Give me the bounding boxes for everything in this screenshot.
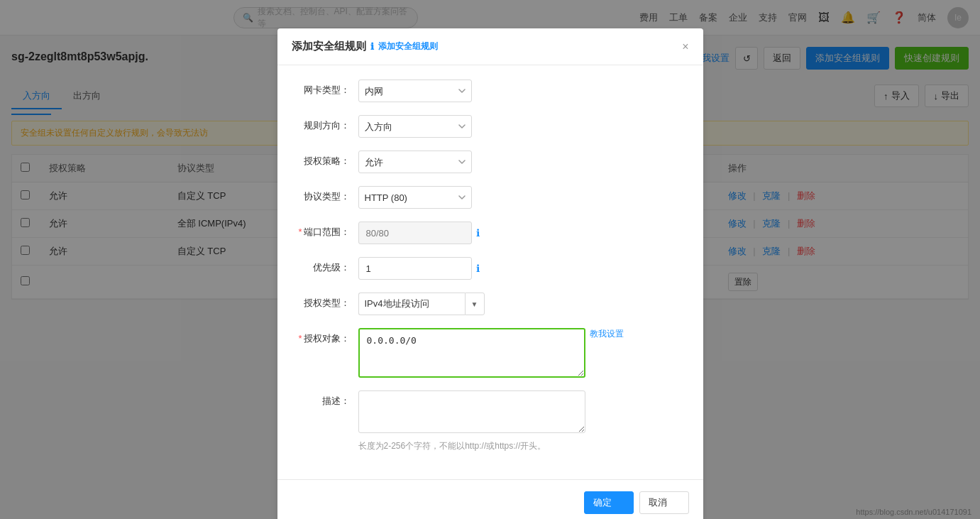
- dialog-close-button[interactable]: ×: [682, 40, 688, 53]
- auth-type-wrap: ▼: [358, 293, 686, 315]
- nic-type-wrap: 内网 公网: [358, 80, 686, 102]
- dialog-footer: 确定 取消: [277, 479, 703, 519]
- desc-label: 描述：: [294, 390, 358, 408]
- form-row-priority: 优先级： ℹ: [294, 257, 686, 280]
- protocol-label: 协议类型：: [294, 186, 358, 203]
- dialog-help-text[interactable]: 添加安全组规则: [378, 40, 438, 53]
- priority-input[interactable]: [358, 257, 472, 280]
- dialog-header: 添加安全组规则 ℹ 添加安全组规则 ×: [277, 28, 703, 65]
- auth-object-textarea[interactable]: 0.0.0.0/0: [358, 328, 585, 378]
- desc-hint: 长度为2-256个字符，不能以http://或https://开头。: [358, 440, 546, 452]
- direction-select[interactable]: 入方向 出方向: [358, 115, 472, 138]
- direction-label: 规则方向：: [294, 115, 358, 132]
- port-range-input[interactable]: [358, 222, 472, 244]
- form-row-auth-type: 授权类型： ▼: [294, 293, 686, 315]
- confirm-button[interactable]: 确定: [584, 491, 634, 514]
- nic-type-select[interactable]: 内网 公网: [358, 80, 472, 102]
- auth-object-wrap: 0.0.0.0/0 教我设置: [358, 328, 686, 378]
- chevron-down-icon: ▼: [471, 300, 478, 308]
- cancel-button[interactable]: 取消: [639, 491, 689, 514]
- policy-wrap: 允许 拒绝: [358, 151, 686, 173]
- protocol-select[interactable]: HTTP (80) HTTPS (443) 自定义 TCP 自定义 UDP 全部…: [358, 186, 472, 209]
- dialog-title: 添加安全组规则 ℹ 添加安全组规则: [292, 40, 438, 53]
- policy-label: 授权策略：: [294, 151, 358, 168]
- port-range-wrap: ℹ: [358, 222, 686, 244]
- auth-type-combo: ▼: [358, 293, 485, 315]
- dialog-title-text: 添加安全组规则: [292, 40, 366, 53]
- direction-wrap: 入方向 出方向: [358, 115, 686, 138]
- modal-overlay: 添加安全组规则 ℹ 添加安全组规则 × 网卡类型： 内网 公网 规则方向：: [0, 0, 980, 519]
- policy-select[interactable]: 允许 拒绝: [358, 151, 472, 173]
- dialog: 添加安全组规则 ℹ 添加安全组规则 × 网卡类型： 内网 公网 规则方向：: [277, 28, 703, 519]
- form-row-auth-object: 授权对象： 0.0.0.0/0 教我设置: [294, 328, 686, 378]
- auth-type-label: 授权类型：: [294, 293, 358, 310]
- form-row-direction: 规则方向： 入方向 出方向: [294, 115, 686, 138]
- auth-object-teach-link[interactable]: 教我设置: [590, 328, 624, 340]
- protocol-wrap: HTTP (80) HTTPS (443) 自定义 TCP 自定义 UDP 全部…: [358, 186, 686, 209]
- priority-info-icon[interactable]: ℹ: [476, 263, 480, 274]
- port-info-icon[interactable]: ℹ: [476, 227, 480, 239]
- form-row-desc: 描述： 长度为2-256个字符，不能以http://或https://开头。: [294, 390, 686, 452]
- dialog-body: 网卡类型： 内网 公网 规则方向： 入方向 出方向: [277, 65, 703, 479]
- auth-type-dropdown-btn[interactable]: ▼: [465, 293, 485, 315]
- priority-wrap: ℹ: [358, 257, 686, 280]
- form-row-policy: 授权策略： 允许 拒绝: [294, 151, 686, 173]
- help-circle-icon: ℹ: [370, 41, 374, 52]
- form-row-port: 端口范围： ℹ: [294, 222, 686, 244]
- priority-label: 优先级：: [294, 257, 358, 274]
- form-row-protocol: 协议类型： HTTP (80) HTTPS (443) 自定义 TCP 自定义 …: [294, 186, 686, 209]
- port-range-label: 端口范围：: [294, 222, 358, 239]
- auth-type-input[interactable]: [358, 293, 465, 315]
- desc-textarea[interactable]: [358, 390, 585, 433]
- desc-wrap: 长度为2-256个字符，不能以http://或https://开头。: [358, 390, 686, 452]
- auth-object-label: 授权对象：: [294, 328, 358, 345]
- nic-type-label: 网卡类型：: [294, 80, 358, 97]
- form-row-nic: 网卡类型： 内网 公网: [294, 80, 686, 102]
